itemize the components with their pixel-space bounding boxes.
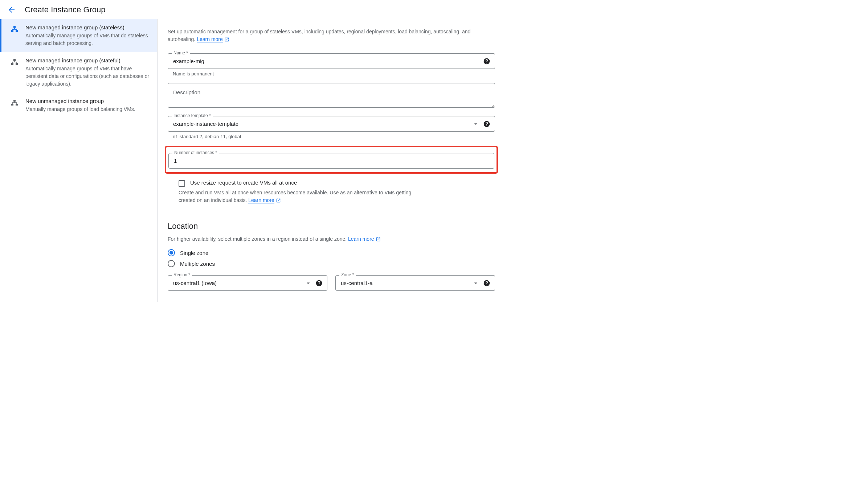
external-link-icon: [276, 198, 281, 203]
help-icon[interactable]: [483, 280, 490, 287]
resize-checkbox-row[interactable]: Use resize request to create VMs all at …: [179, 179, 495, 187]
sidebar: New managed instance group (stateless) A…: [0, 19, 158, 302]
dropdown-arrow-icon: [472, 280, 479, 287]
svg-rect-5: [16, 63, 18, 65]
main-content: Set up automatic management for a group …: [158, 19, 506, 302]
svg-rect-7: [11, 104, 13, 106]
region-field: Region *: [168, 275, 327, 291]
external-link-icon: [376, 237, 381, 242]
radio-icon: [168, 249, 175, 256]
instances-field: Number of instances *: [168, 153, 494, 169]
intro-text: Set up automatic management for a group …: [168, 28, 495, 43]
group-icon: [10, 25, 19, 34]
region-select[interactable]: [168, 276, 305, 290]
sidebar-item-desc: Manually manage groups of load balancing…: [25, 106, 150, 113]
zone-radio-group: Single zone Multiple zones: [168, 249, 495, 267]
region-label: Region *: [172, 272, 192, 277]
location-learn-more-link[interactable]: Learn more: [348, 236, 374, 242]
svg-rect-3: [13, 59, 16, 61]
resize-desc: Create and run VMs all at once when reso…: [179, 189, 418, 204]
name-helper: Name is permanent: [173, 71, 495, 77]
resize-checkbox-label: Use resize request to create VMs all at …: [190, 179, 297, 186]
svg-rect-4: [11, 63, 13, 65]
sidebar-item-title: New managed instance group (stateful): [25, 57, 150, 63]
zone-label: Zone *: [339, 272, 356, 277]
zone-field: Zone *: [335, 275, 495, 291]
intro-learn-more-link[interactable]: Learn more: [197, 36, 223, 42]
location-desc: For higher availability, select multiple…: [168, 236, 495, 242]
page-header: Create Instance Group: [0, 0, 858, 19]
sidebar-item-stateful[interactable]: New managed instance group (stateful) Au…: [0, 52, 157, 93]
name-label: Name *: [172, 50, 190, 55]
instances-input[interactable]: [169, 153, 494, 168]
sidebar-item-unmanaged[interactable]: New unmanaged instance group Manually ma…: [0, 93, 157, 118]
instances-label: Number of instances *: [172, 150, 219, 155]
svg-rect-8: [16, 104, 18, 106]
svg-rect-6: [13, 100, 16, 102]
resize-learn-more-link[interactable]: Learn more: [248, 197, 274, 203]
page-title: Create Instance Group: [25, 5, 106, 15]
sidebar-item-desc: Automatically manage groups of VMs that …: [25, 32, 150, 47]
external-link-icon: [224, 37, 229, 42]
dropdown-arrow-icon: [472, 120, 479, 128]
back-arrow-icon[interactable]: [7, 5, 16, 14]
sidebar-item-title: New managed instance group (stateless): [25, 24, 150, 30]
svg-rect-2: [16, 30, 18, 32]
radio-icon: [168, 260, 175, 267]
name-input[interactable]: [168, 54, 483, 69]
dropdown-arrow-icon: [305, 280, 312, 287]
description-input[interactable]: [168, 83, 495, 108]
single-zone-radio[interactable]: Single zone: [168, 249, 495, 256]
help-icon[interactable]: [315, 280, 323, 287]
name-field: Name *: [168, 53, 495, 69]
svg-rect-1: [11, 30, 13, 32]
help-icon[interactable]: [483, 120, 490, 128]
template-select[interactable]: [168, 116, 472, 131]
sidebar-item-desc: Automatically manage groups of VMs that …: [25, 65, 150, 88]
resize-checkbox[interactable]: [179, 180, 185, 187]
svg-rect-0: [13, 26, 16, 28]
sidebar-item-stateless[interactable]: New managed instance group (stateless) A…: [0, 19, 157, 52]
instances-highlight: Number of instances *: [165, 146, 498, 174]
template-label: Instance template *: [172, 113, 213, 118]
location-title: Location: [168, 222, 495, 231]
group-icon: [10, 58, 19, 67]
multiple-zones-radio[interactable]: Multiple zones: [168, 260, 495, 267]
zone-select[interactable]: [336, 276, 472, 290]
template-helper: n1-standard-2, debian-11, global: [173, 134, 495, 139]
group-icon: [10, 99, 19, 107]
sidebar-item-title: New unmanaged instance group: [25, 98, 150, 104]
template-field: Instance template *: [168, 116, 495, 132]
help-icon[interactable]: [483, 58, 490, 65]
